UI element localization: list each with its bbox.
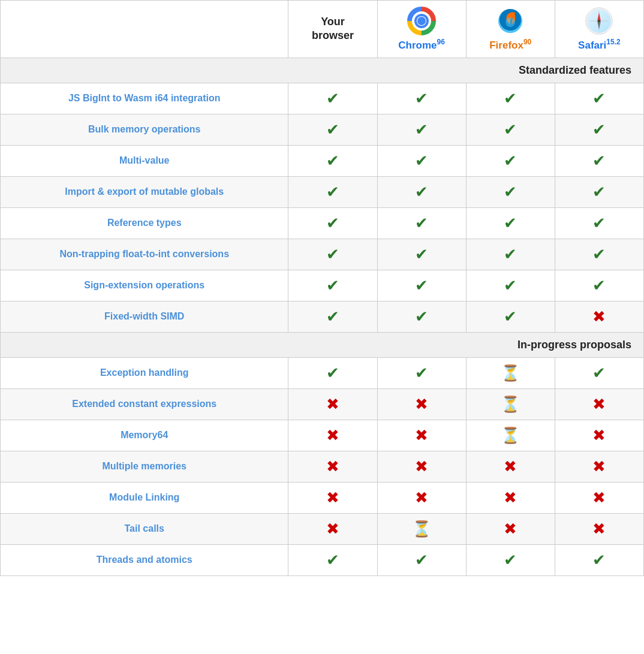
status-cell: ✖ <box>377 482 466 513</box>
status-cell: ✔ <box>288 114 377 145</box>
cross-icon: ✖ <box>326 395 339 413</box>
feature-name-cell: Module Linking <box>1 482 288 513</box>
check-icon: ✔ <box>326 551 339 569</box>
cross-icon: ✖ <box>415 489 428 507</box>
hourglass-icon: ⏳ <box>412 520 431 538</box>
status-cell: ✔ <box>377 207 466 239</box>
cross-icon: ✖ <box>592 395 606 413</box>
status-cell: ✔ <box>555 145 643 176</box>
cross-icon: ✖ <box>504 489 517 507</box>
status-cell: ✔ <box>288 544 377 575</box>
cross-icon: ✖ <box>592 489 606 507</box>
status-cell: ✔ <box>555 207 643 239</box>
status-cell: ⏳ <box>466 420 555 451</box>
cross-icon: ✖ <box>415 395 428 413</box>
safari-icon <box>585 7 613 35</box>
chrome-name: Chrome96 <box>383 38 461 52</box>
status-cell: ✔ <box>288 176 377 207</box>
status-cell: ✔ <box>466 207 555 239</box>
check-icon: ✔ <box>415 308 428 326</box>
chrome-header: Chrome96 <box>377 1 466 58</box>
check-icon: ✔ <box>592 364 606 382</box>
status-cell: ✔ <box>555 357 643 388</box>
status-cell: ✔ <box>466 270 555 301</box>
feature-name-cell: Memory64 <box>1 420 288 451</box>
table-row: Bulk memory operations✔✔✔✔ <box>1 114 644 145</box>
feature-name-cell: JS BigInt to Wasm i64 integration <box>1 83 288 114</box>
status-cell: ✖ <box>555 420 643 451</box>
check-icon: ✔ <box>504 245 517 263</box>
cross-icon: ✖ <box>326 520 339 538</box>
cross-icon: ✖ <box>504 457 517 475</box>
hourglass-icon: ⏳ <box>501 364 520 382</box>
status-cell: ✔ <box>555 544 643 575</box>
status-cell: ✔ <box>466 83 555 114</box>
status-cell: ✔ <box>466 301 555 332</box>
status-cell: ✔ <box>377 83 466 114</box>
status-cell: ✖ <box>288 451 377 482</box>
firefox-icon <box>496 7 525 35</box>
firefox-version: 90 <box>523 38 531 46</box>
status-cell: ✔ <box>466 544 555 575</box>
status-cell: ✖ <box>555 388 643 420</box>
check-icon: ✔ <box>592 276 606 294</box>
table-row: Module Linking✖✖✖✖ <box>1 482 644 513</box>
table-row: Memory64✖✖⏳✖ <box>1 420 644 451</box>
check-icon: ✔ <box>326 364 339 382</box>
status-cell: ✖ <box>555 482 643 513</box>
check-icon: ✔ <box>415 214 428 232</box>
feature-name-cell: Multi-value <box>1 145 288 176</box>
feature-name-cell: Threads and atomics <box>1 544 288 575</box>
check-icon: ✔ <box>504 551 517 569</box>
feature-name-cell: Extended constant expressions <box>1 388 288 420</box>
status-cell: ✔ <box>377 145 466 176</box>
table-row: Fixed-width SIMD✔✔✔✖ <box>1 301 644 332</box>
status-cell: ✔ <box>288 239 377 270</box>
status-cell: ✔ <box>288 145 377 176</box>
feature-name-cell: Non-trapping float-to-int conversions <box>1 239 288 270</box>
status-cell: ✔ <box>555 270 643 301</box>
status-cell: ✖ <box>377 451 466 482</box>
status-cell: ✔ <box>377 239 466 270</box>
cross-icon: ✖ <box>326 457 339 475</box>
table-row: Exception handling✔✔⏳✔ <box>1 357 644 388</box>
cross-icon: ✖ <box>592 308 606 326</box>
status-cell: ✖ <box>555 301 643 332</box>
section-title: In-progress proposals <box>1 332 644 357</box>
status-cell: ⏳ <box>377 513 466 544</box>
status-cell: ✖ <box>288 513 377 544</box>
check-icon: ✔ <box>592 214 606 232</box>
cross-icon: ✖ <box>592 426 606 444</box>
status-cell: ✖ <box>377 388 466 420</box>
status-cell: ✔ <box>288 301 377 332</box>
feature-name-cell: Multiple memories <box>1 451 288 482</box>
status-cell: ✔ <box>288 83 377 114</box>
status-cell: ✔ <box>377 301 466 332</box>
your-browser-header: Your browser <box>288 1 377 58</box>
chrome-icon <box>407 7 436 35</box>
check-icon: ✔ <box>592 89 606 107</box>
feature-name-cell: Reference types <box>1 207 288 239</box>
hourglass-icon: ⏳ <box>501 395 520 413</box>
status-cell: ✔ <box>466 145 555 176</box>
check-icon: ✔ <box>415 152 428 170</box>
status-cell: ✔ <box>377 544 466 575</box>
feature-name-cell: Sign-extension operations <box>1 270 288 301</box>
status-cell: ✖ <box>377 420 466 451</box>
check-icon: ✔ <box>415 120 428 138</box>
cross-icon: ✖ <box>592 457 606 475</box>
table-row: Sign-extension operations✔✔✔✔ <box>1 270 644 301</box>
check-icon: ✔ <box>592 245 606 263</box>
check-icon: ✔ <box>415 89 428 107</box>
safari-name: Safari15.2 <box>560 38 639 52</box>
table-row: Tail calls✖⏳✖✖ <box>1 513 644 544</box>
feature-header <box>1 1 288 58</box>
status-cell: ✔ <box>377 357 466 388</box>
status-cell: ✔ <box>466 114 555 145</box>
check-icon: ✔ <box>592 183 606 201</box>
feature-name-cell: Bulk memory operations <box>1 114 288 145</box>
table-row: Reference types✔✔✔✔ <box>1 207 644 239</box>
svg-point-6 <box>417 17 426 25</box>
cross-icon: ✖ <box>326 489 339 507</box>
hourglass-icon: ⏳ <box>501 426 520 444</box>
